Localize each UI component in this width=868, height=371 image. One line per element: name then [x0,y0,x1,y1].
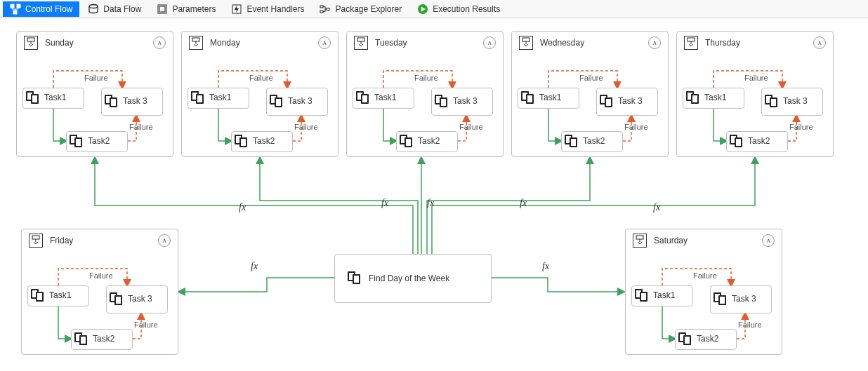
data-flow-icon [88,4,99,15]
task-3[interactable]: Task 3 [266,88,328,116]
tab-execution-results[interactable]: Execution Results [410,1,507,17]
collapse-button[interactable]: ∧ [483,36,496,49]
task-label: Task2 [253,137,275,146]
container-body: Failure Failure Task1 Task 3 Task2 [512,53,668,156]
constraint-label-failure: Failure [789,123,813,131]
svg-rect-7 [320,6,323,8]
task-1[interactable]: Task1 [22,88,84,109]
svg-rect-9 [327,8,329,10]
task-label: Task 3 [128,295,152,304]
constraint-label-failure: Failure [84,74,108,82]
task-label: Task1 [653,291,675,300]
task-label: Task 3 [453,97,478,106]
task-label: Task2 [418,137,440,146]
task-1[interactable]: Task1 [631,285,693,306]
task-find-day-of-week[interactable]: Find Day of the Week [334,254,492,303]
task-2[interactable]: Task2 [561,131,623,152]
task-3[interactable]: Task 3 [710,285,772,313]
fx-label: fx [381,198,388,209]
design-canvas[interactable]: fx fx fx fx fx fx fx Find Day of the Wee… [0,18,868,371]
task-label: Find Day of the Week [369,274,449,283]
task-1[interactable]: Task1 [27,285,89,306]
container-saturday[interactable]: Saturday ∧ Failure Failure Task1 Task 3 … [625,229,782,355]
tab-package-explorer[interactable]: Package Explorer [313,1,409,17]
fx-label: fx [520,198,527,209]
container-title: Tuesday [375,38,476,48]
collapse-button[interactable]: ∧ [762,234,775,247]
sql-task-icon [600,95,614,109]
container-sunday[interactable]: Sunday ∧ Failure Failure Task1 Task 3 Ta… [16,31,173,157]
task-label: Task 3 [732,295,756,304]
svg-rect-11 [27,38,34,41]
event-handlers-icon [231,4,242,15]
collapse-button[interactable]: ∧ [153,36,166,49]
sql-task-icon [191,91,205,105]
svg-rect-12 [192,38,199,41]
tab-control-flow[interactable]: Control Flow [3,1,79,17]
svg-rect-2 [13,11,17,14]
container-tuesday[interactable]: Tuesday ∧ Failure Failure Task1 Task 3 T… [346,31,504,157]
collapse-button[interactable]: ∧ [813,36,826,49]
container-title: Saturday [654,236,755,245]
constraint-label-failure: Failure [249,74,273,82]
container-friday[interactable]: Friday ∧ Failure Failure Task1 Task 3 Ta… [21,229,178,355]
fx-label: fx [427,198,434,209]
container-title: Wednesday [540,38,641,48]
task-2[interactable]: Task2 [726,131,788,152]
collapse-button[interactable]: ∧ [158,234,171,247]
collapse-button[interactable]: ∧ [318,36,331,49]
constraint-label-failure: Failure [744,74,768,82]
task-label: Task1 [44,93,66,102]
task-label: Task2 [748,137,770,146]
task-2[interactable]: Task2 [675,329,737,350]
task-3[interactable]: Task 3 [101,88,163,116]
task-2[interactable]: Task2 [66,131,128,152]
sql-task-icon [730,135,744,149]
sql-task-icon [686,91,700,105]
svg-rect-8 [320,11,323,13]
task-label: Task 3 [288,97,313,106]
task-3[interactable]: Task 3 [596,88,658,116]
sql-task-icon [765,95,779,109]
task-2[interactable]: Task2 [396,131,458,152]
container-thursday[interactable]: Thursday ∧ Failure Failure Task1 Task 3 … [676,31,834,157]
constraint-label-failure: Failure [89,271,113,280]
svg-rect-14 [522,38,530,41]
task-1[interactable]: Task1 [518,88,579,109]
container-wednesday[interactable]: Wednesday ∧ Failure Failure Task1 Task 3… [511,31,669,157]
sql-task-icon [521,91,535,105]
fx-label: fx [542,261,549,272]
container-monday[interactable]: Monday ∧ Failure Failure Task1 Task 3 Ta… [181,31,338,157]
task-label: Task1 [704,93,726,102]
task-3[interactable]: Task 3 [431,88,493,116]
svg-rect-0 [11,4,14,8]
task-1[interactable]: Task1 [353,88,414,109]
task-2[interactable]: Task2 [71,329,133,350]
container-title: Friday [50,236,151,245]
svg-rect-16 [32,236,39,239]
collapse-button[interactable]: ∧ [648,36,661,49]
task-3[interactable]: Task 3 [761,88,823,116]
task-1[interactable]: Task1 [188,88,249,109]
task-3[interactable]: Task 3 [106,285,168,313]
constraint-label-failure: Failure [414,74,438,82]
fx-label: fx [653,202,660,213]
task-label: Task2 [583,137,605,146]
sql-task-icon [678,332,692,346]
svg-rect-13 [357,38,364,41]
container-title: Monday [210,38,311,48]
task-label: Task 3 [783,97,808,106]
sql-task-icon [31,289,45,303]
task-1[interactable]: Task1 [683,88,744,109]
constraint-label-failure: Failure [624,123,648,131]
container-body: Failure Failure Task1 Task 3 Task2 [17,53,173,156]
tab-label: Control Flow [25,4,72,14]
task-label: Task2 [88,137,110,146]
tab-parameters[interactable]: Parameters [150,1,223,17]
tab-event-handlers[interactable]: Event Handlers [224,1,311,17]
sql-task-icon [714,292,728,306]
task-2[interactable]: Task2 [231,131,293,152]
task-label: Task1 [539,93,561,102]
tab-data-flow[interactable]: Data Flow [81,1,148,17]
sql-task-icon [235,135,249,149]
